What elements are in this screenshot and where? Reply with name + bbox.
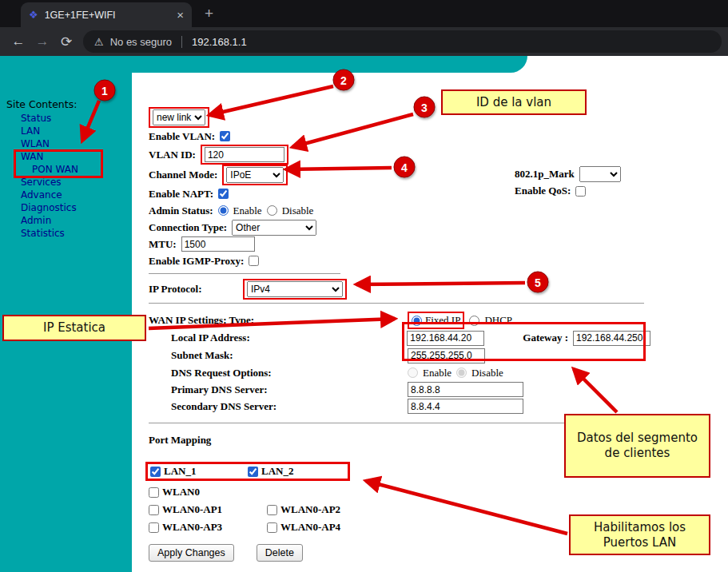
- vlan-id-input[interactable]: [205, 147, 284, 162]
- url-separator: [181, 36, 182, 48]
- igmp-proxy-checkbox[interactable]: [249, 256, 259, 266]
- mtu-input[interactable]: [181, 236, 255, 252]
- dns-enable-radio[interactable]: [408, 367, 418, 378]
- annotation-box-link-select: new link: [149, 107, 209, 128]
- sidebar-item-pon-wan[interactable]: PON WAN: [32, 164, 132, 177]
- connection-type-select[interactable]: Other: [232, 220, 316, 236]
- tab-title: 1GE+1FE+WIFI: [45, 10, 171, 21]
- sidebar-item-wlan[interactable]: WLAN: [21, 138, 132, 151]
- link-select[interactable]: new link: [153, 109, 205, 125]
- channel-mode-select[interactable]: IPoE: [226, 167, 284, 183]
- secondary-dns-label: Secondary DNS Server:: [171, 400, 403, 413]
- sidebar: Site Contents: Status LAN WLAN WAN PON W…: [0, 56, 132, 572]
- back-icon[interactable]: ←: [6, 34, 30, 50]
- annotation-box-channel-mode: IPoE: [222, 165, 288, 185]
- sidebar-item-diagnostics[interactable]: Diagnostics: [21, 202, 132, 215]
- annotation-box-lan-ports: LAN_1 LAN_2: [145, 462, 350, 481]
- vlan-id-label: VLAN ID:: [149, 149, 196, 161]
- sidebar-item-wan[interactable]: WAN: [21, 151, 132, 164]
- admin-enable-option-label: Enable: [233, 205, 262, 217]
- divider: [149, 273, 340, 274]
- wlan0-ap2-label: WLAN0-AP2: [280, 503, 340, 516]
- address-bar[interactable]: ⚠ No es seguro 192.168.1.1: [83, 30, 722, 53]
- 8021p-mark-select[interactable]: [579, 166, 621, 182]
- enable-napt-checkbox[interactable]: [218, 189, 229, 199]
- enable-qos-checkbox[interactable]: [575, 186, 586, 197]
- security-label: No es seguro: [110, 36, 172, 48]
- browser-tab[interactable]: ❖ 1GE+1FE+WIFI ×: [21, 2, 192, 27]
- wlan0-ap1-label: WLAN0-AP1: [162, 503, 222, 516]
- sidebar-title: Site Contents:: [6, 98, 132, 113]
- url-text: 192.168.1.1: [192, 36, 247, 48]
- igmp-proxy-label: Enable IGMP-Proxy:: [149, 255, 244, 268]
- browser-window: ❖ 1GE+1FE+WIFI × + ← → ⟳ ⚠ No es seguro …: [0, 0, 728, 572]
- subnet-mask-input[interactable]: [408, 348, 485, 363]
- gateway-input[interactable]: [573, 331, 650, 346]
- admin-disable-radio[interactable]: [267, 205, 277, 216]
- router-config-page: Site Contents: Status LAN WLAN WAN PON W…: [0, 56, 728, 572]
- wlan0-checkbox[interactable]: [149, 487, 159, 498]
- admin-enable-radio[interactable]: [218, 205, 229, 216]
- gateway-label: Gateway :: [523, 332, 568, 344]
- port-mapping-title: Port Mapping: [149, 434, 211, 447]
- lan2-checkbox[interactable]: [248, 467, 258, 477]
- enable-vlan-checkbox[interactable]: [220, 131, 230, 141]
- dns-disable-option-label: Disable: [471, 367, 503, 379]
- wan-ip-settings-label: WAN IP Settings: Type:: [149, 314, 403, 327]
- delete-button[interactable]: Delete: [257, 544, 303, 562]
- not-secure-warning-icon: ⚠: [94, 36, 104, 48]
- tab-close-icon[interactable]: ×: [177, 8, 184, 22]
- forward-icon[interactable]: →: [30, 34, 54, 50]
- fixed-ip-radio[interactable]: [412, 316, 422, 326]
- wan-config-form: new link Enable VLAN: VLAN ID: Channel M…: [149, 107, 650, 562]
- wlan0-ap4-label: WLAN0-AP4: [280, 521, 340, 534]
- enable-qos-label: Enable QoS:: [515, 185, 571, 197]
- dhcp-radio[interactable]: [469, 316, 479, 326]
- enable-napt-label: Enable NAPT:: [149, 188, 213, 201]
- port-checkbox-item: WLAN0: [149, 486, 267, 499]
- primary-dns-label: Primary DNS Server:: [171, 383, 403, 396]
- mtu-label: MTU:: [149, 238, 177, 251]
- ip-protocol-label: IP Protocol:: [149, 283, 238, 296]
- admin-status-label: Admin Status:: [149, 205, 213, 217]
- sidebar-item-advance[interactable]: Advance: [21, 189, 132, 202]
- new-tab-icon[interactable]: +: [205, 5, 213, 22]
- wlan0-ap2-checkbox[interactable]: [267, 505, 277, 515]
- secondary-dns-input[interactable]: [408, 399, 523, 414]
- ip-protocol-select[interactable]: IPv4: [247, 281, 343, 297]
- wlan0-ap3-checkbox[interactable]: [149, 522, 159, 533]
- favicon-icon: ❖: [29, 10, 38, 20]
- sidebar-item-admin[interactable]: Admin: [21, 215, 132, 228]
- port-checkbox-item: WLAN0-AP1: [149, 503, 267, 516]
- divider: [149, 303, 644, 304]
- port-checkbox-item: WLAN0-AP3: [149, 521, 267, 534]
- annotation-box-fixed-ip: Fixed IP: [408, 312, 464, 329]
- divider: [149, 423, 644, 423]
- dns-request-options-label: DNS Request Options:: [171, 367, 403, 379]
- local-ip-input[interactable]: [407, 331, 484, 346]
- connection-type-label: Connection Type:: [149, 221, 227, 234]
- apply-changes-button[interactable]: Apply Changes: [149, 544, 234, 562]
- annotation-box-vlan-id: [201, 145, 288, 165]
- fixed-ip-option-label: Fixed IP: [425, 314, 460, 327]
- wlan0-ap4-checkbox[interactable]: [267, 522, 277, 533]
- lan2-label: LAN_2: [261, 465, 293, 478]
- 8021p-mark-label: 802.1p_Mark: [515, 168, 575, 181]
- port-checkbox-item: WLAN0-AP4: [267, 521, 385, 534]
- sidebar-item-status[interactable]: Status: [21, 113, 132, 125]
- primary-dns-input[interactable]: [408, 382, 523, 397]
- dns-disable-radio[interactable]: [456, 367, 467, 378]
- local-ip-label: Local IP Address:: [171, 332, 402, 344]
- wlan0-ap1-checkbox[interactable]: [149, 505, 159, 515]
- dns-enable-option-label: Enable: [423, 367, 452, 379]
- sidebar-item-services[interactable]: Services: [21, 177, 132, 189]
- lan1-checkbox[interactable]: [150, 467, 161, 477]
- sidebar-item-statistics[interactable]: Statistics: [21, 228, 132, 240]
- annotation-box-ip-protocol: IPv4: [243, 279, 347, 300]
- sidebar-item-lan[interactable]: LAN: [21, 125, 132, 138]
- tab-strip: ❖ 1GE+1FE+WIFI × +: [0, 0, 728, 27]
- port-checkbox-item: LAN_2: [248, 465, 345, 478]
- reload-icon[interactable]: ⟳: [54, 34, 78, 50]
- port-checkbox-item: LAN_1: [150, 465, 248, 478]
- dhcp-option-label: DHCP: [484, 314, 512, 327]
